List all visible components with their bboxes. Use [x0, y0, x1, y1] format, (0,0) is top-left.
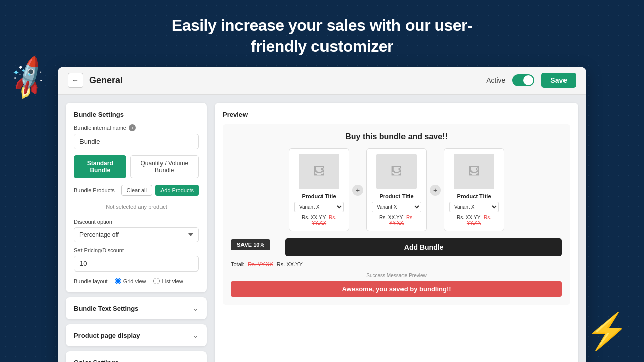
product-card-2: ⛾ Product Title Variant X Rs. XX.YY Rs. … [366, 148, 427, 231]
product-page-display-label: Product page display [74, 332, 140, 339]
back-button[interactable]: ← [68, 73, 83, 88]
product-title-1: Product Title [294, 193, 344, 199]
save-badge-col: SAVE 10% [231, 239, 270, 255]
add-products-btn[interactable]: Add Products [155, 185, 199, 196]
save-badge: SAVE 10% [231, 239, 270, 250]
price-row-3: Rs. XX.YY Rs. YY.XX [449, 215, 499, 226]
top-bar: ← General Active Save [58, 67, 586, 95]
bundle-products-actions: Clear all Add Products [121, 185, 199, 196]
bundle-settings-title: Bundle Settings [74, 111, 199, 118]
plus-icon-1: + [352, 185, 363, 196]
product-image-1: ⛾ [299, 154, 339, 189]
bundle-settings-card: Bundle Settings Bundle internal name i S… [66, 103, 207, 292]
top-bar-right: Active Save [486, 73, 576, 88]
products-row: ⛾ Product Title Variant X Rs. XX.YY Rs. … [231, 148, 562, 231]
add-bundle-button[interactable]: Add Bundle [285, 238, 562, 256]
product-card-3: ⛾ Product Title Variant X Rs. XX.YY Rs. … [444, 148, 504, 231]
content-area: Bundle Settings Bundle internal name i S… [58, 95, 586, 362]
header-title: Easily increase your sales with our user… [0, 0, 644, 67]
list-view-radio[interactable] [153, 278, 160, 284]
bundle-products-label: Bundle Products [74, 187, 115, 193]
no-product-msg: Not selected any product [74, 200, 199, 214]
color-settings-section[interactable]: Color Settings ⌄ [66, 351, 207, 362]
active-label: Active [486, 76, 505, 84]
bundle-name-label: Bundle internal name i [74, 124, 199, 131]
bundle-name-input[interactable] [74, 134, 199, 149]
success-preview-label: Success Message Preview [231, 273, 562, 278]
total-original: Rs. YY.XX [248, 261, 273, 267]
product-page-display-section[interactable]: Product page display ⌄ [66, 324, 207, 346]
product-card-1: ⛾ Product Title Variant X Rs. XX.YY Rs. … [289, 148, 349, 231]
product-image-2: ⛾ [376, 154, 417, 189]
quantity-volume-btn[interactable]: Quantity / Volume Bundle [130, 155, 199, 178]
pricing-input[interactable] [74, 256, 199, 272]
variant-select-3[interactable]: Variant X [449, 202, 499, 212]
image-icon-3: ⛾ [468, 165, 479, 178]
product-image-3: ⛾ [454, 154, 494, 189]
buy-bundle-heading: Buy this bundle and save!! [231, 132, 562, 141]
grid-view-radio[interactable] [115, 278, 121, 284]
bundle-text-settings-section[interactable]: Bundle Text Settings ⌄ [66, 297, 207, 319]
active-toggle[interactable] [512, 74, 534, 86]
left-panel: Bundle Settings Bundle internal name i S… [66, 103, 207, 362]
bundle-products-row: Bundle Products Clear all Add Products [74, 185, 199, 196]
info-icon: i [129, 124, 136, 131]
variant-select-1[interactable]: Variant X [294, 202, 344, 212]
bundle-text-settings-label: Bundle Text Settings [74, 305, 138, 312]
grid-view-option[interactable]: Grid view [115, 278, 146, 284]
page-title: General [89, 75, 123, 86]
preview-title: Preview [223, 111, 570, 118]
discount-option-label: Discount option [74, 219, 199, 225]
total-label: Total: [231, 261, 244, 267]
preview-panel: Preview Buy this bundle and save!! ⛾ Pro… [215, 103, 578, 362]
stars-decoration: ✦ ✦ ✦ [13, 68, 31, 77]
action-row: SAVE 10% Add Bundle [231, 238, 562, 256]
image-icon-2: ⛾ [391, 165, 402, 178]
list-view-option[interactable]: List view [153, 278, 183, 284]
price-row-2: Rs. XX.YY Rs. YY.XX [372, 215, 421, 226]
success-banner: Awesome, you saved by bundling!! [231, 281, 562, 297]
discount-option-select[interactable]: Percentage off Fixed amount off [74, 227, 199, 242]
bundle-type-row: Standard Bundle Quantity / Volume Bundle [74, 155, 199, 178]
preview-content: Buy this bundle and save!! ⛾ Product Tit… [223, 124, 570, 305]
bundle-layout-label: Bundle layout [74, 278, 108, 284]
plus-icon-2: + [430, 185, 441, 196]
total-price: Rs. XX.YY [277, 261, 303, 267]
product-title-3: Product Title [449, 193, 499, 199]
save-button[interactable]: Save [541, 73, 576, 88]
image-icon-1: ⛾ [313, 165, 325, 178]
variant-select-2[interactable]: Variant X [372, 202, 421, 212]
bundle-layout-row: Bundle layout Grid view List view [74, 278, 199, 284]
total-row: Total: Rs. YY.XX Rs. XX.YY [231, 261, 562, 267]
price-row-1: Rs. XX.YY Rs. YY.XX [294, 215, 344, 226]
lightning-icon: ⚡ [585, 311, 629, 352]
color-settings-label: Color Settings [74, 359, 119, 362]
top-bar-left: ← General [68, 73, 123, 88]
chevron-down-icon-3: ⌄ [193, 358, 199, 362]
main-card: ← General Active Save Bundle Settings Bu… [58, 67, 586, 362]
clear-all-btn[interactable]: Clear all [121, 185, 152, 196]
set-pricing-label: Set Pricing/Discount [74, 247, 199, 253]
chevron-down-icon: ⌄ [193, 304, 199, 312]
chevron-down-icon-2: ⌄ [193, 331, 199, 339]
product-title-2: Product Title [372, 193, 421, 199]
standard-bundle-btn[interactable]: Standard Bundle [74, 155, 126, 178]
